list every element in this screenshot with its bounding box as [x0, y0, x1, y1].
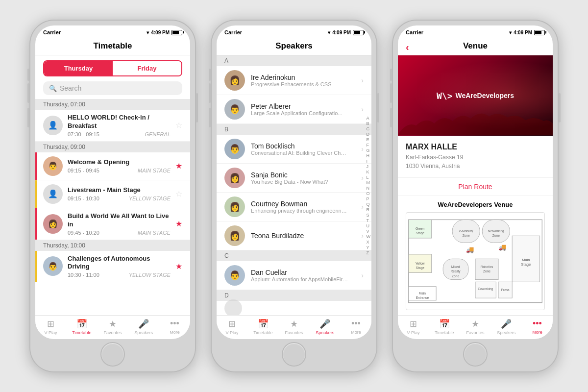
event-stage: YELLOW STAGE — [129, 272, 171, 278]
svg-text:e-Mobility: e-Mobility — [459, 229, 473, 233]
carrier-label: Carrier — [43, 29, 61, 35]
section-header-a: A — [217, 55, 371, 66]
svg-text:Mixed: Mixed — [451, 265, 460, 269]
speaker-item[interactable]: 👨 Peter Alberer Large Scale Application … — [217, 95, 371, 124]
home-button[interactable] — [100, 342, 125, 367]
volume-down-button[interactable] — [27, 108, 29, 127]
tab-more[interactable]: ••• More — [341, 318, 371, 335]
tab-bar: ⊞ V-Play 📅 Timetable ★ Favorites 🎤 Speak… — [217, 315, 371, 339]
event-avatar: 👩 — [43, 214, 63, 234]
event-stage: MAIN STAGE — [138, 168, 171, 173]
favorite-icon[interactable]: ☆ — [175, 189, 182, 198]
tab-favorites[interactable]: ★ Favorites — [97, 318, 128, 335]
speaker-item[interactable]: 👩 Sanja Bonic You have Big Data - Now Wh… — [217, 164, 371, 193]
more-icon: ••• — [351, 318, 361, 329]
venue-hero-image: W\> WeAreDevelopers — [398, 55, 553, 136]
screen-title: Timetable — [93, 41, 132, 50]
svg-text:Yellow: Yellow — [416, 262, 425, 265]
day-segment-control[interactable]: Thursday Friday — [43, 60, 182, 76]
tab-favorites[interactable]: ★ Favorites — [460, 318, 490, 335]
speaker-avatar: 👩 — [224, 168, 245, 188]
back-button[interactable]: ‹ — [406, 42, 409, 53]
speaker-info: Peter Alberer Large Scale Application Co… — [251, 102, 355, 116]
alpha-index[interactable]: ABC DEF GHI JKL MNO PQR STU VWX YZ — [367, 116, 371, 255]
speaker-item[interactable]: 👨 Dan Cuellar Appium: Automation for App… — [217, 261, 371, 290]
tab-timetable[interactable]: 📅 Timetable — [247, 318, 278, 335]
event-item[interactable]: 👨 Welcome & Opening 09:15 - 09:45 MAIN S… — [35, 152, 190, 180]
speaker-item[interactable]: 👩 Courtney Bowman Enhancing privacy thro… — [217, 193, 371, 221]
tab-timetable[interactable]: 📅 Timetable — [66, 318, 97, 335]
tab-favorites[interactable]: ★ Favorites — [278, 318, 309, 335]
vplay-icon: ⊞ — [410, 318, 417, 329]
event-item[interactable]: 👨 Challenges of Autonomous Driving 10:30… — [35, 251, 190, 283]
chevron-icon: › — [361, 232, 364, 240]
tab-speakers[interactable]: 🎤 Speakers — [310, 318, 341, 335]
favorite-icon[interactable]: ★ — [175, 161, 182, 171]
tab-more[interactable]: ••• More — [522, 318, 553, 335]
favorite-icon[interactable]: ★ — [175, 262, 182, 271]
speaker-info: Courtney Bowman Enhancing privacy throug… — [251, 200, 355, 214]
wifi-icon: ▾ — [328, 30, 330, 35]
stage-bar-yellow — [35, 251, 37, 282]
status-icons: ▾ 4:09 PM — [147, 30, 182, 35]
tab-label-timetable: Timetable — [72, 330, 91, 335]
favorite-icon[interactable]: ★ — [175, 219, 182, 228]
home-button[interactable] — [463, 342, 488, 367]
tab-speakers[interactable]: 🎤 Speakers — [128, 318, 159, 335]
tab-speakers[interactable]: 🎤 Speakers — [491, 318, 522, 335]
plan-route-button[interactable]: Plan Route — [398, 177, 553, 196]
chevron-icon: › — [361, 271, 364, 279]
time-label: 4:09 PM — [332, 30, 351, 35]
venue-logo: W\> WeAreDevelopers — [437, 91, 514, 101]
mute-button[interactable] — [390, 69, 392, 81]
svg-text:Zone: Zone — [452, 274, 459, 278]
mute-button[interactable] — [209, 69, 211, 81]
carrier-label: Carrier — [406, 29, 423, 35]
svg-text:Press: Press — [501, 288, 510, 292]
volume-down-button[interactable] — [209, 108, 211, 127]
venue-address-line2: 1030 Vienna, Austria — [406, 162, 545, 171]
speaker-item[interactable] — [217, 301, 371, 315]
power-button[interactable] — [559, 93, 561, 122]
power-button[interactable] — [196, 93, 198, 122]
speaker-item[interactable]: 👨 Tom Bocklisch Conversational AI: Build… — [217, 135, 371, 164]
speaker-item[interactable]: 👩 Ire Aderinokun Progressive Enhacements… — [217, 66, 371, 95]
venue-address: Karl-Farkas-Gasse 19 1030 Vienna, Austri… — [406, 153, 545, 171]
event-item[interactable]: 👤 Livestream - Main Stage 09:15 - 10:30 … — [35, 180, 190, 208]
segment-friday[interactable]: Friday — [113, 61, 181, 75]
segment-thursday[interactable]: Thursday — [44, 61, 113, 75]
tab-label-more: More — [170, 330, 180, 335]
speaker-name: Ire Aderinokun — [251, 74, 355, 81]
event-item[interactable]: 👩 Build a World We All Want to Live in 0… — [35, 208, 190, 240]
tab-more[interactable]: ••• More — [159, 318, 190, 335]
volume-up-button[interactable] — [209, 83, 211, 103]
speaker-item[interactable]: 👩 Teona Burdiladze › — [217, 221, 371, 250]
tab-label-favorites: Favorites — [104, 330, 122, 335]
tab-label-speakers: Speakers — [316, 330, 334, 335]
speaker-avatar: 👩 — [224, 196, 245, 217]
tab-timetable[interactable]: 📅 Timetable — [429, 318, 460, 335]
tab-vplay[interactable]: ⊞ V-Play — [35, 318, 66, 335]
event-item[interactable]: 👤 HELLO WORLD! Check-in / Breakfast 07:3… — [35, 110, 190, 142]
tab-vplay[interactable]: ⊞ V-Play — [217, 318, 247, 335]
power-button[interactable] — [377, 93, 379, 122]
speaker-topic: You have Big Data - Now What? — [251, 179, 349, 185]
volume-down-button[interactable] — [390, 108, 392, 127]
home-button[interactable] — [282, 342, 306, 367]
speaker-info: Sanja Bonic You have Big Data - Now What… — [251, 171, 355, 185]
event-avatar: 👨 — [43, 256, 63, 276]
stage-bar-red — [35, 152, 37, 180]
speaker-name: Peter Alberer — [251, 102, 355, 110]
tab-label-favorites: Favorites — [285, 330, 303, 335]
volume-up-button[interactable] — [390, 83, 392, 103]
speakers-icon: 🎤 — [501, 318, 512, 329]
search-bar[interactable]: 🔍 Search — [43, 81, 182, 95]
screen-title: Venue — [463, 41, 488, 50]
mute-button[interactable] — [27, 69, 29, 81]
phone-screen: Carrier ▾ 4:09 PM Speakers ABC DEF GHI — [217, 25, 371, 339]
volume-up-button[interactable] — [27, 83, 29, 103]
svg-text:🚚: 🚚 — [466, 245, 474, 254]
phone-venue: Carrier ▾ 4:09 PM ‹ Venue — [392, 20, 559, 372]
tab-vplay[interactable]: ⊞ V-Play — [398, 318, 429, 335]
favorite-icon[interactable]: ☆ — [175, 121, 182, 130]
